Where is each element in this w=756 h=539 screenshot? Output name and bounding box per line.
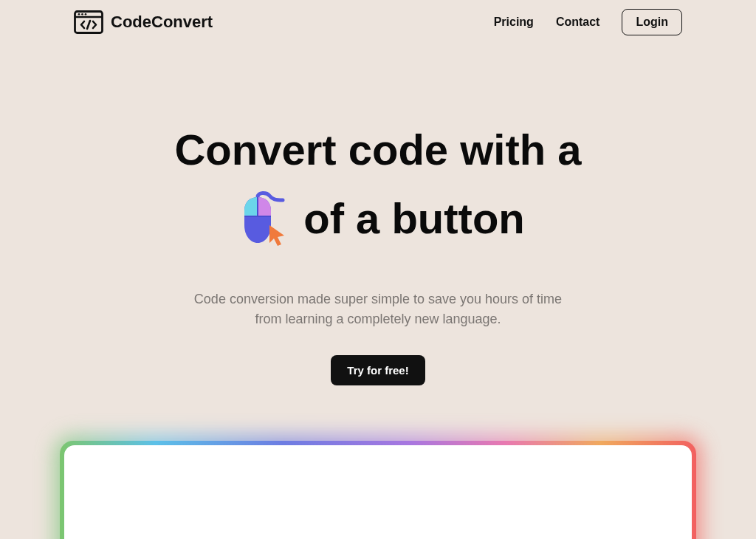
hero-title: Convert code with a — [0, 126, 756, 249]
hero-line-1: Convert code with a — [174, 126, 581, 175]
svg-line-5 — [87, 21, 90, 29]
code-window-icon — [74, 10, 103, 34]
mouse-click-icon — [231, 190, 290, 249]
try-free-button[interactable]: Try for free! — [331, 355, 425, 385]
demo-panel — [60, 441, 696, 539]
login-button[interactable]: Login — [622, 9, 682, 35]
hero-sub-1: Code conversion made super simple to sav… — [194, 292, 562, 306]
demo-panel-inner — [64, 445, 692, 539]
nav-pricing[interactable]: Pricing — [494, 16, 534, 29]
nav-contact[interactable]: Contact — [556, 16, 600, 29]
hero-sub-2: from learning a completely new language. — [255, 312, 501, 326]
brand[interactable]: CodeConvert — [74, 10, 213, 34]
svg-point-2 — [78, 13, 80, 16]
hero-section: Convert code with a — [0, 44, 756, 539]
top-nav: CodeConvert Pricing Contact Login — [0, 0, 756, 44]
svg-point-4 — [85, 13, 87, 16]
hero-line-2-wrap: of a button — [231, 190, 525, 249]
svg-point-3 — [81, 13, 83, 16]
nav-right: Pricing Contact Login — [494, 9, 682, 35]
hero-subtitle: Code conversion made super simple to sav… — [0, 289, 756, 329]
rainbow-border — [60, 441, 696, 539]
hero-line-2: of a button — [303, 194, 525, 244]
brand-name: CodeConvert — [111, 13, 213, 32]
